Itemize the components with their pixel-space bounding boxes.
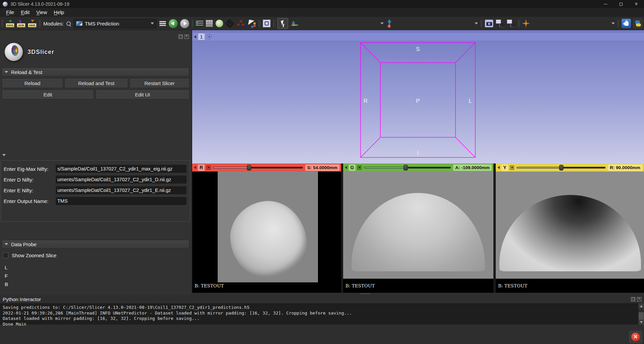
close-panel-icon[interactable] <box>637 297 641 301</box>
red-slice-controller-bar: R S: 54.0000mm <box>192 163 341 171</box>
mesh-icon[interactable] <box>225 19 234 27</box>
green-slice-offset-slider[interactable] <box>363 164 451 171</box>
slider-handle[interactable] <box>404 165 408 170</box>
scroll-up-button[interactable] <box>638 303 644 308</box>
error-log-button[interactable]: ✕ <box>629 331 642 343</box>
module-search-icon[interactable] <box>66 21 71 26</box>
camera-button[interactable] <box>485 19 493 27</box>
show-zoomed-slice-checkbox[interactable] <box>3 253 8 258</box>
collapse-triangle-icon[interactable] <box>2 154 6 156</box>
slice-link-icon[interactable] <box>357 165 362 170</box>
app-logo-icon <box>3 2 8 7</box>
menu-help[interactable]: Help <box>50 9 67 16</box>
scroll-down-button[interactable] <box>638 320 644 325</box>
red-slice-offset-value: S: 54.0000mm <box>305 164 339 171</box>
window-level-button[interactable] <box>290 20 299 27</box>
color-bar-icon <box>291 24 299 26</box>
slicer-app: 3D Slicer 4.13.0-2021-08-19 × File Edit … <box>0 0 644 344</box>
red-slice-view[interactable]: B: TESTOUT <box>192 171 341 293</box>
screen-capture-button[interactable] <box>263 19 271 27</box>
up-arrow-icon <box>9 19 12 22</box>
toolbar-grip[interactable] <box>258 20 260 27</box>
toolbar-grip[interactable] <box>518 20 520 27</box>
layout-selector-button[interactable] <box>159 21 166 26</box>
data-probe-section-header[interactable]: Data Probe <box>2 240 189 249</box>
chevron-down-icon[interactable] <box>380 22 384 24</box>
models-icon[interactable] <box>215 19 223 27</box>
scrollbar-thumb[interactable] <box>639 312 644 320</box>
module-thumbnail-icon <box>76 21 83 26</box>
python-console-output[interactable]: Saving predictions to: C:/Slicer/Slicer … <box>0 303 644 325</box>
menu-view[interactable]: View <box>33 9 50 16</box>
load-data-button[interactable]: DATA <box>6 19 14 28</box>
transforms-icon[interactable]: ✳✳✳ <box>236 19 246 27</box>
dicom-button[interactable]: ⇅ DCM <box>17 19 25 28</box>
slider-handle[interactable] <box>247 165 251 170</box>
window-title: 3D Slicer 4.13.0-2021-08-19 <box>10 1 69 7</box>
extensions-manager-button[interactable] <box>622 19 631 28</box>
show-zoomed-slice-row: Show Zoomed Slice <box>3 253 56 258</box>
e-nifty-input[interactable]: uments/SampleDat/Coil1_137027_C2_ydir1_E… <box>56 186 186 194</box>
slice-link-icon[interactable] <box>510 165 514 170</box>
pin-icon[interactable] <box>194 166 196 169</box>
menu-edit[interactable]: Edit <box>17 9 33 16</box>
eig-max-nifty-input[interactable]: s/SampleDat/Coil1_137027_C2_ydir1_max_ei… <box>56 165 186 173</box>
console-scrollbar[interactable] <box>638 303 644 325</box>
module-history-button[interactable] <box>196 20 203 27</box>
yellow-slice-label[interactable]: Y <box>501 164 508 171</box>
reload-and-test-button[interactable]: Reload and Test <box>64 78 128 88</box>
python-logo-top <box>635 20 640 23</box>
toolbar-grip[interactable] <box>39 20 41 27</box>
edit-button[interactable]: Edit <box>2 90 94 99</box>
save-button[interactable]: SAVE <box>28 19 37 28</box>
module-back-button[interactable] <box>169 19 178 28</box>
menu-file[interactable]: File <box>3 9 17 16</box>
section-title: Reload & Test <box>11 69 42 75</box>
minimize-button[interactable] <box>598 0 613 8</box>
toolbar-grip[interactable] <box>273 20 275 27</box>
undock-panel-icon[interactable] <box>178 35 183 39</box>
restart-slicer-button[interactable]: Restart Slicer <box>129 78 190 88</box>
d-nifty-input[interactable]: uments/SampleDat/Coil1_137027_C2_ydir1_D… <box>56 176 186 184</box>
toolbar-grip[interactable] <box>1 20 3 27</box>
chevron-down-icon[interactable] <box>611 22 615 24</box>
toolbar-grip[interactable] <box>617 20 619 27</box>
slider-handle[interactable] <box>559 165 564 170</box>
module-forward-button[interactable] <box>180 19 189 28</box>
reload-button[interactable]: Reload <box>2 78 63 88</box>
toolbar-grip[interactable] <box>480 20 482 27</box>
crosshair-button[interactable] <box>522 19 530 27</box>
toolbar-grip[interactable] <box>192 20 194 27</box>
red-slice-offset-slider[interactable] <box>212 164 304 171</box>
module-selector-dropdown[interactable]: TMS Prediction <box>73 19 157 28</box>
markups-pen-icon[interactable] <box>248 19 256 27</box>
volume-rendering-icon[interactable] <box>206 20 213 27</box>
chevron-down-icon <box>151 22 154 24</box>
yellow-slice-offset-value: R: 90.0000mm <box>608 164 642 171</box>
green-slice-controller-bar: G A: -109.0000mm <box>343 163 493 171</box>
red-slice-label[interactable]: R <box>198 164 205 171</box>
pointer-tool-button[interactable] <box>277 18 288 29</box>
output-name-input[interactable]: TMS <box>56 197 186 205</box>
status-bar: ✕ <box>0 325 644 344</box>
close-button[interactable]: × <box>629 0 644 8</box>
yellow-slice-offset-slider[interactable] <box>516 164 606 171</box>
green-slice-label[interactable]: G <box>349 164 356 171</box>
maximize-button[interactable] <box>613 0 629 8</box>
place-fiducial-button[interactable] <box>386 19 393 28</box>
close-panel-icon[interactable] <box>184 35 189 39</box>
undock-panel-icon[interactable] <box>631 297 635 301</box>
down-arrow-icon <box>31 20 34 22</box>
green-slice-view[interactable]: B: TESTOUT <box>343 171 493 293</box>
pin-icon[interactable] <box>497 166 500 169</box>
reload-test-section-header[interactable]: Reload & Test <box>2 68 189 76</box>
slice-link-icon[interactable] <box>206 165 211 170</box>
python-console-button[interactable] <box>633 19 643 28</box>
screenshot-button[interactable] <box>496 19 504 27</box>
scene-capture-button[interactable] <box>507 19 516 27</box>
chevron-down-icon[interactable] <box>475 22 478 24</box>
pin-icon[interactable] <box>345 166 347 169</box>
yellow-slice-view[interactable]: B: TESTOUT <box>496 171 644 293</box>
edit-ui-button[interactable]: Edit UI <box>96 90 190 99</box>
threed-view[interactable]: 1 S R P L I <box>192 30 644 163</box>
